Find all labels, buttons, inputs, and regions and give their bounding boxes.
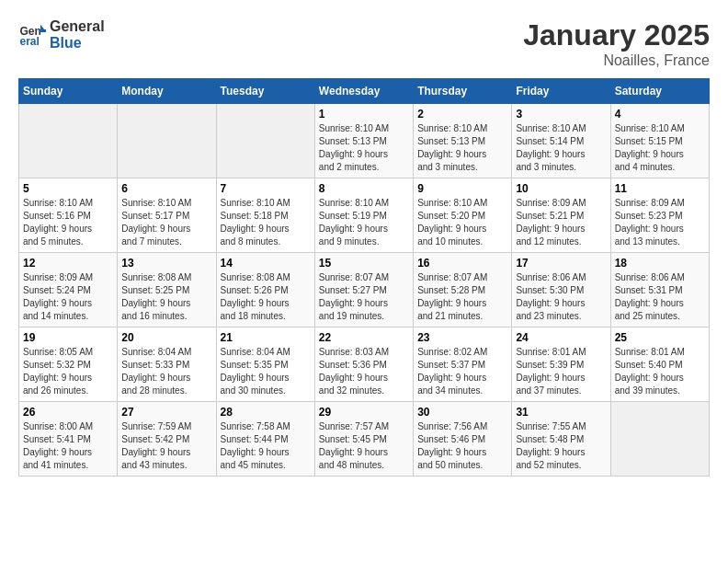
weekday-header-tuesday: Tuesday [216, 79, 314, 104]
day-detail: Sunrise: 8:10 AM Sunset: 5:18 PM Dayligh… [221, 197, 311, 248]
calendar-cell: 9Sunrise: 8:10 AM Sunset: 5:20 PM Daylig… [414, 178, 512, 253]
weekday-header-row: SundayMondayTuesdayWednesdayThursdayFrid… [19, 79, 710, 104]
day-number: 2 [417, 108, 507, 121]
calendar-cell: 12Sunrise: 8:09 AM Sunset: 5:24 PM Dayli… [19, 253, 118, 327]
day-detail: Sunrise: 8:10 AM Sunset: 5:14 PM Dayligh… [516, 122, 606, 174]
weekday-header-wednesday: Wednesday [314, 79, 413, 104]
weekday-header-sunday: Sunday [19, 79, 118, 104]
day-number: 21 [221, 331, 311, 344]
calendar-cell: 13Sunrise: 8:08 AM Sunset: 5:25 PM Dayli… [118, 253, 216, 327]
day-number: 31 [516, 406, 606, 419]
day-detail: Sunrise: 8:07 AM Sunset: 5:28 PM Dayligh… [417, 271, 507, 323]
weekday-header-saturday: Saturday [610, 79, 709, 104]
week-row-2: 5Sunrise: 8:10 AM Sunset: 5:16 PM Daylig… [19, 178, 710, 253]
svg-rect-3 [40, 29, 47, 32]
calendar-cell: 20Sunrise: 8:04 AM Sunset: 5:33 PM Dayli… [118, 327, 216, 402]
calendar-cell: 27Sunrise: 7:59 AM Sunset: 5:42 PM Dayli… [118, 402, 216, 477]
day-detail: Sunrise: 8:10 AM Sunset: 5:15 PM Dayligh… [615, 122, 705, 174]
day-number: 7 [221, 182, 311, 195]
day-detail: Sunrise: 8:05 AM Sunset: 5:32 PM Dayligh… [23, 346, 113, 397]
day-number: 18 [615, 257, 705, 270]
calendar-cell [118, 104, 216, 178]
day-number: 24 [516, 331, 606, 344]
day-number: 10 [516, 182, 606, 195]
day-number: 19 [23, 331, 113, 344]
day-detail: Sunrise: 7:55 AM Sunset: 5:48 PM Dayligh… [516, 420, 606, 472]
day-number: 28 [221, 406, 311, 419]
day-number: 22 [319, 331, 409, 344]
day-number: 1 [319, 108, 409, 121]
calendar-cell: 24Sunrise: 8:01 AM Sunset: 5:39 PM Dayli… [512, 327, 610, 402]
logo-icon: Gen eral [18, 21, 46, 49]
page-title: January 2025 [523, 18, 710, 52]
calendar-cell: 5Sunrise: 8:10 AM Sunset: 5:16 PM Daylig… [19, 178, 118, 253]
day-number: 11 [615, 182, 705, 195]
day-number: 23 [417, 331, 507, 344]
day-detail: Sunrise: 7:57 AM Sunset: 5:45 PM Dayligh… [319, 420, 409, 472]
calendar-cell: 11Sunrise: 8:09 AM Sunset: 5:23 PM Dayli… [610, 178, 709, 253]
calendar-cell: 7Sunrise: 8:10 AM Sunset: 5:18 PM Daylig… [216, 178, 314, 253]
day-detail: Sunrise: 8:10 AM Sunset: 5:13 PM Dayligh… [319, 122, 409, 174]
calendar-cell: 21Sunrise: 8:04 AM Sunset: 5:35 PM Dayli… [216, 327, 314, 402]
day-number: 4 [615, 108, 705, 121]
day-number: 16 [417, 257, 507, 270]
calendar-cell: 1Sunrise: 8:10 AM Sunset: 5:13 PM Daylig… [314, 104, 413, 178]
logo: Gen eral General Blue [18, 18, 105, 52]
calendar-cell: 30Sunrise: 7:56 AM Sunset: 5:46 PM Dayli… [414, 402, 512, 477]
day-detail: Sunrise: 8:01 AM Sunset: 5:40 PM Dayligh… [615, 346, 705, 397]
calendar-cell: 3Sunrise: 8:10 AM Sunset: 5:14 PM Daylig… [512, 104, 610, 178]
day-number: 12 [23, 257, 113, 270]
day-number: 15 [319, 257, 409, 270]
page-header: Gen eral General Blue January 2025 Noail… [18, 18, 710, 69]
day-detail: Sunrise: 8:04 AM Sunset: 5:33 PM Dayligh… [121, 346, 211, 397]
day-detail: Sunrise: 8:08 AM Sunset: 5:25 PM Dayligh… [121, 271, 211, 323]
day-number: 17 [516, 257, 606, 270]
calendar-cell: 25Sunrise: 8:01 AM Sunset: 5:40 PM Dayli… [610, 327, 709, 402]
day-detail: Sunrise: 8:06 AM Sunset: 5:31 PM Dayligh… [615, 271, 705, 323]
day-number: 6 [121, 182, 211, 195]
day-number: 25 [615, 331, 705, 344]
day-number: 27 [121, 406, 211, 419]
day-detail: Sunrise: 8:09 AM Sunset: 5:23 PM Dayligh… [615, 197, 705, 248]
day-number: 14 [221, 257, 311, 270]
day-number: 20 [121, 331, 211, 344]
week-row-1: 1Sunrise: 8:10 AM Sunset: 5:13 PM Daylig… [19, 104, 710, 178]
calendar-cell: 10Sunrise: 8:09 AM Sunset: 5:21 PM Dayli… [512, 178, 610, 253]
day-detail: Sunrise: 8:09 AM Sunset: 5:24 PM Dayligh… [23, 271, 113, 323]
calendar-cell [19, 104, 118, 178]
day-number: 9 [417, 182, 507, 195]
day-number: 3 [516, 108, 606, 121]
weekday-header-thursday: Thursday [414, 79, 512, 104]
logo-text-line1: General [50, 18, 105, 35]
week-row-3: 12Sunrise: 8:09 AM Sunset: 5:24 PM Dayli… [19, 253, 710, 327]
week-row-5: 26Sunrise: 8:00 AM Sunset: 5:41 PM Dayli… [19, 402, 710, 477]
title-block: January 2025 Noailles, France [523, 18, 710, 69]
calendar-cell: 4Sunrise: 8:10 AM Sunset: 5:15 PM Daylig… [610, 104, 709, 178]
day-detail: Sunrise: 7:56 AM Sunset: 5:46 PM Dayligh… [417, 420, 507, 472]
page-subtitle: Noailles, France [523, 52, 710, 69]
day-detail: Sunrise: 8:02 AM Sunset: 5:37 PM Dayligh… [417, 346, 507, 397]
weekday-header-monday: Monday [118, 79, 216, 104]
calendar-cell [610, 402, 709, 477]
day-number: 26 [23, 406, 113, 419]
calendar-cell: 2Sunrise: 8:10 AM Sunset: 5:13 PM Daylig… [414, 104, 512, 178]
day-number: 29 [319, 406, 409, 419]
day-detail: Sunrise: 8:10 AM Sunset: 5:19 PM Dayligh… [319, 197, 409, 248]
svg-text:eral: eral [20, 35, 40, 48]
calendar-cell: 26Sunrise: 8:00 AM Sunset: 5:41 PM Dayli… [19, 402, 118, 477]
calendar-cell: 16Sunrise: 8:07 AM Sunset: 5:28 PM Dayli… [414, 253, 512, 327]
day-detail: Sunrise: 8:10 AM Sunset: 5:16 PM Dayligh… [23, 197, 113, 248]
calendar-cell: 22Sunrise: 8:03 AM Sunset: 5:36 PM Dayli… [314, 327, 413, 402]
day-detail: Sunrise: 8:10 AM Sunset: 5:17 PM Dayligh… [121, 197, 211, 248]
calendar-cell: 28Sunrise: 7:58 AM Sunset: 5:44 PM Dayli… [216, 402, 314, 477]
day-detail: Sunrise: 8:06 AM Sunset: 5:30 PM Dayligh… [516, 271, 606, 323]
day-detail: Sunrise: 7:59 AM Sunset: 5:42 PM Dayligh… [121, 420, 211, 472]
calendar-cell: 23Sunrise: 8:02 AM Sunset: 5:37 PM Dayli… [414, 327, 512, 402]
calendar-cell: 14Sunrise: 8:08 AM Sunset: 5:26 PM Dayli… [216, 253, 314, 327]
day-number: 8 [319, 182, 409, 195]
day-detail: Sunrise: 8:01 AM Sunset: 5:39 PM Dayligh… [516, 346, 606, 397]
day-detail: Sunrise: 8:09 AM Sunset: 5:21 PM Dayligh… [516, 197, 606, 248]
day-detail: Sunrise: 8:08 AM Sunset: 5:26 PM Dayligh… [221, 271, 311, 323]
day-detail: Sunrise: 8:04 AM Sunset: 5:35 PM Dayligh… [221, 346, 311, 397]
calendar-cell: 18Sunrise: 8:06 AM Sunset: 5:31 PM Dayli… [610, 253, 709, 327]
